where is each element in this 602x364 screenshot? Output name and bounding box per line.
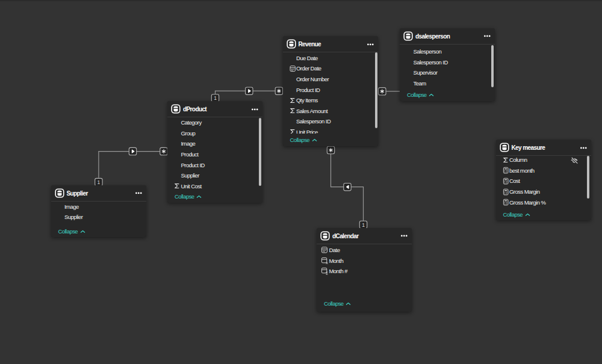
svg-text:1: 1 <box>214 95 217 101</box>
svg-text:1: 1 <box>362 222 365 228</box>
svg-text:1: 1 <box>98 179 101 185</box>
